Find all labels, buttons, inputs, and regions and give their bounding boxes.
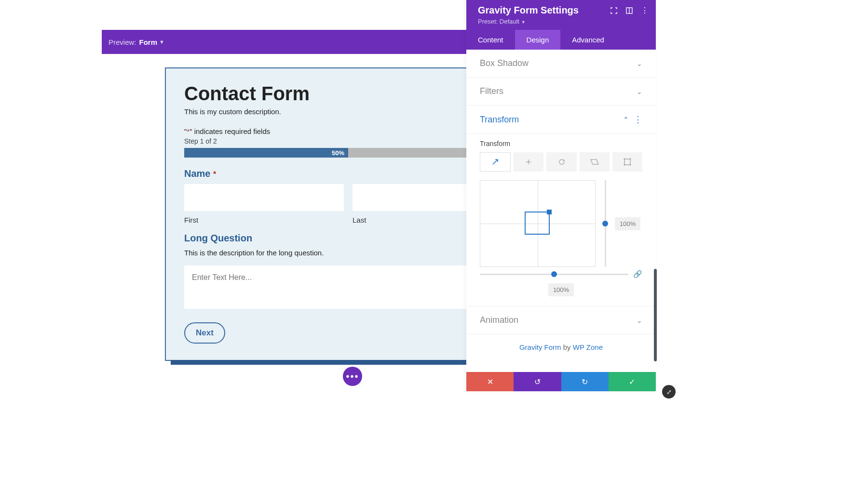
long-question-label: Long Question xyxy=(184,233,512,244)
caret-down-icon: ▼ xyxy=(521,20,526,25)
transform-tool-scale[interactable] xyxy=(480,152,511,172)
step-label: Step 1 of 2 xyxy=(184,137,512,145)
svg-point-5 xyxy=(624,159,625,159)
slider-thumb[interactable] xyxy=(551,271,557,277)
svg-point-7 xyxy=(624,164,625,165)
next-button[interactable]: Next xyxy=(184,322,225,344)
brand-link[interactable]: Gravity Form xyxy=(519,343,561,351)
progress-bar: 50% xyxy=(184,148,512,158)
undo-button[interactable]: ↺ xyxy=(514,372,561,391)
panel-footer: ✕ ↺ ↻ ✓ xyxy=(466,372,656,391)
vertical-slider[interactable] xyxy=(600,180,610,267)
panel-header: Gravity Form Settings ⋮ Preset: Default … xyxy=(466,0,656,30)
first-sublabel: First xyxy=(184,216,344,224)
transform-body: Transform xyxy=(466,134,656,306)
h-percent-badge: 100% xyxy=(548,283,574,296)
form-title: Contact Form xyxy=(184,83,512,105)
name-field-label: Name * xyxy=(184,168,512,179)
section-animation[interactable]: Animation ⌄ xyxy=(466,306,656,334)
focus-icon[interactable] xyxy=(610,7,617,14)
layout-icon[interactable] xyxy=(626,7,633,14)
first-name-input[interactable] xyxy=(184,184,344,211)
chevron-down-icon: ⌄ xyxy=(637,317,642,324)
chevron-up-icon: ⌃ xyxy=(623,116,629,123)
section-filters[interactable]: Filters ⌄ xyxy=(466,78,656,106)
panel-tabs: Content Design Advanced xyxy=(466,30,656,50)
progress-fill: 50% xyxy=(184,148,348,158)
section-transform[interactable]: Transform ⌃ ⋮ xyxy=(466,106,656,134)
caret-down-icon[interactable]: ▼ xyxy=(159,39,164,45)
transform-tool-origin[interactable] xyxy=(612,152,642,172)
preview-mode[interactable]: Form xyxy=(139,38,158,46)
preview-label: Preview: xyxy=(108,38,136,46)
expand-button[interactable]: ⤢ xyxy=(662,385,676,398)
v-percent-badge: 100% xyxy=(615,217,640,230)
form-description: This is my custom description. xyxy=(184,107,512,116)
redo-button[interactable]: ↻ xyxy=(561,372,609,391)
long-question-desc: This is the description for the long que… xyxy=(184,249,512,257)
slider-thumb[interactable] xyxy=(602,221,608,226)
transform-tool-translate[interactable] xyxy=(514,152,543,172)
footer-credit: Gravity Form by WP Zone xyxy=(466,334,656,360)
more-vert-icon[interactable]: ⋮ xyxy=(641,7,648,14)
tab-advanced[interactable]: Advanced xyxy=(560,30,616,50)
more-vert-icon[interactable]: ⋮ xyxy=(634,114,642,125)
transform-tool-rotate[interactable] xyxy=(546,152,576,172)
transform-handle-box[interactable] xyxy=(525,212,550,235)
panel-preset[interactable]: Preset: Default ▼ xyxy=(478,18,648,25)
horizontal-slider[interactable] xyxy=(480,274,628,275)
svg-rect-4 xyxy=(624,159,630,165)
resize-handle-icon[interactable] xyxy=(547,210,552,214)
chevron-down-icon: ⌄ xyxy=(637,88,642,95)
transform-tool-row xyxy=(480,152,642,172)
long-question-textarea[interactable] xyxy=(184,265,512,309)
transform-canvas[interactable] xyxy=(480,180,596,267)
panel-title: Gravity Form Settings xyxy=(478,5,579,16)
required-note: "*" indicates required fields xyxy=(184,127,512,135)
link-icon[interactable]: 🔗 xyxy=(633,270,642,279)
tab-content[interactable]: Content xyxy=(466,30,515,50)
transform-sublabel: Transform xyxy=(480,140,642,147)
author-link[interactable]: WP Zone xyxy=(573,343,603,351)
svg-point-8 xyxy=(630,164,631,165)
confirm-button[interactable]: ✓ xyxy=(609,372,656,391)
tab-design[interactable]: Design xyxy=(515,30,561,50)
star-icon: * xyxy=(213,170,216,178)
transform-tool-skew[interactable] xyxy=(580,152,610,172)
svg-point-6 xyxy=(630,159,631,159)
settings-panel: Gravity Form Settings ⋮ Preset: Default … xyxy=(466,0,656,391)
chevron-down-icon: ⌄ xyxy=(637,60,642,67)
close-button[interactable]: ✕ xyxy=(466,372,514,391)
scrollbar[interactable] xyxy=(654,269,657,361)
floating-actions-button[interactable]: ••• xyxy=(343,367,362,386)
section-box-shadow[interactable]: Box Shadow ⌄ xyxy=(466,50,656,78)
